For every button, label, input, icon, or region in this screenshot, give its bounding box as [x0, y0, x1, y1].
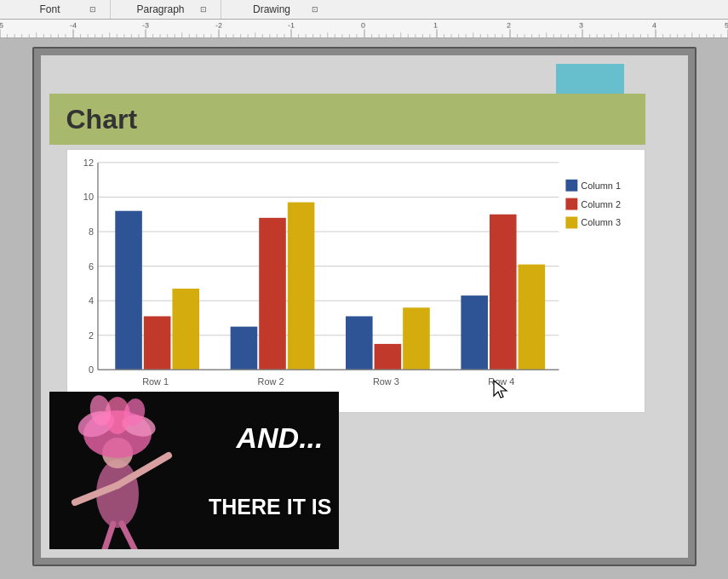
slide-area[interactable]: Chart 024681012Row 1Row 2Row 3Row 4Colum… — [32, 47, 696, 566]
drawing-expand-icon[interactable]: ⊡ — [312, 5, 318, 14]
image-text-and: AND... — [237, 421, 324, 455]
svg-text:0: 0 — [88, 364, 93, 375]
svg-text:6: 6 — [88, 261, 93, 272]
paragraph-expand-icon[interactable]: ⊡ — [200, 5, 207, 14]
svg-text:Row 4: Row 4 — [488, 376, 514, 387]
svg-rect-24 — [374, 344, 401, 370]
figure-svg — [49, 392, 203, 549]
svg-rect-28 — [489, 215, 516, 370]
chart-title: Chart — [66, 104, 138, 135]
svg-rect-15 — [115, 211, 142, 370]
font-label: Font — [14, 3, 86, 15]
svg-rect-33 — [565, 180, 577, 192]
svg-rect-19 — [230, 327, 257, 370]
chart-container[interactable]: 024681012Row 1Row 2Row 3Row 4Column 1Col… — [66, 149, 645, 413]
svg-rect-23 — [346, 316, 373, 370]
svg-rect-17 — [172, 289, 199, 370]
svg-rect-37 — [565, 216, 577, 228]
svg-text:Column 3: Column 3 — [581, 217, 621, 227]
paragraph-section: Paragraph ⊡ — [111, 0, 221, 19]
paragraph-label: Paragraph — [124, 3, 197, 15]
svg-text:10: 10 — [83, 192, 93, 202]
drawing-section: Drawing ⊡ — [221, 0, 332, 19]
svg-text:8: 8 — [88, 226, 93, 237]
svg-rect-35 — [565, 198, 577, 210]
svg-text:Row 1: Row 1 — [142, 376, 169, 387]
svg-text:2: 2 — [88, 330, 93, 341]
svg-line-49 — [105, 524, 113, 549]
svg-rect-16 — [143, 316, 170, 370]
svg-text:4: 4 — [88, 295, 93, 306]
svg-rect-20 — [259, 218, 286, 370]
svg-rect-25 — [403, 307, 430, 370]
svg-line-50 — [122, 524, 135, 549]
toolbar: Font ⊡ Paragraph ⊡ Drawing ⊡ — [0, 0, 728, 20]
svg-text:Row 3: Row 3 — [372, 376, 398, 387]
svg-rect-29 — [518, 265, 545, 370]
svg-text:Column 1: Column 1 — [581, 181, 621, 191]
svg-text:12: 12 — [83, 158, 93, 168]
chart-svg: 024681012Row 1Row 2Row 3Row 4Column 1Col… — [67, 150, 645, 412]
image-placeholder: AND... THERE IT IS — [49, 392, 339, 549]
ruler — [0, 20, 728, 38]
svg-rect-0 — [68, 150, 644, 412]
svg-rect-27 — [461, 295, 488, 370]
svg-text:Row 2: Row 2 — [257, 376, 284, 387]
ruler-canvas — [0, 20, 728, 37]
main-area: Chart 024681012Row 1Row 2Row 3Row 4Colum… — [0, 38, 728, 579]
slide-inner: Chart 024681012Row 1Row 2Row 3Row 4Colum… — [41, 55, 688, 558]
svg-rect-21 — [287, 203, 314, 370]
chart-title-block[interactable]: Chart — [49, 94, 645, 145]
drawing-label: Drawing — [235, 3, 308, 15]
image-block: AND... THERE IT IS — [49, 392, 339, 549]
font-section: Font ⊡ — [0, 0, 111, 19]
font-expand-icon[interactable]: ⊡ — [89, 5, 96, 14]
image-text-there: THERE IT IS — [209, 495, 331, 519]
svg-text:Column 2: Column 2 — [581, 199, 621, 209]
